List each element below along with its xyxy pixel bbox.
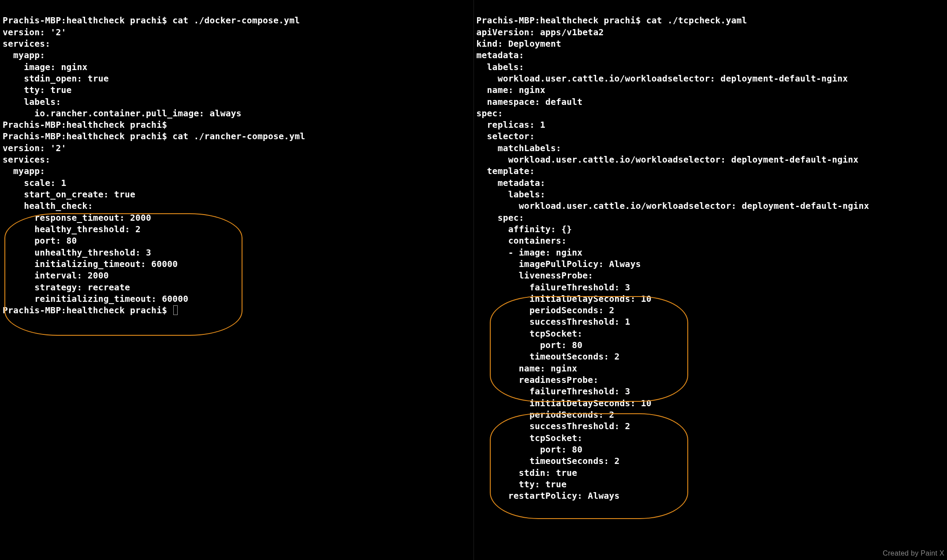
command-text: cat ./docker-compose.yml [172,15,300,26]
prompt-host: Prachis-MBP:healthcheck prachi$ [477,15,646,26]
file-content-docker-compose: version: '2' services: myapp: image: ngi… [3,27,242,119]
prompt-line: Prachis-MBP:healthcheck prachi$ cat ./tc… [477,15,747,26]
prompt-line: Prachis-MBP:healthcheck prachi$ [3,120,167,130]
prompt-host: Prachis-MBP:healthcheck prachi$ [3,15,172,26]
prompt-host: Prachis-MBP:healthcheck prachi$ [3,131,172,141]
prompt-host: Prachis-MBP:healthcheck prachi$ [3,305,172,315]
prompt-host: Prachis-MBP:healthcheck prachi$ [3,120,167,130]
command-text: cat ./rancher-compose.yml [172,131,305,141]
prompt-line: Prachis-MBP:healthcheck prachi$ cat ./do… [3,15,300,26]
prompt-line: Prachis-MBP:healthcheck prachi$ [3,305,178,315]
watermark-text: Created by Paint X [883,549,944,558]
terminal-right-pane[interactable]: Prachis-MBP:healthcheck prachi$ cat ./tc… [474,0,947,560]
command-text: cat ./tcpcheck.yaml [646,15,747,26]
prompt-line: Prachis-MBP:healthcheck prachi$ cat ./ra… [3,131,305,141]
file-content-rancher-compose: version: '2' services: myapp: scale: 1 s… [3,143,188,304]
cursor-icon [173,305,178,315]
terminal-left-pane[interactable]: Prachis-MBP:healthcheck prachi$ cat ./do… [0,0,474,560]
file-content-tcpcheck: apiVersion: apps/v1beta2 kind: Deploymen… [477,27,869,501]
